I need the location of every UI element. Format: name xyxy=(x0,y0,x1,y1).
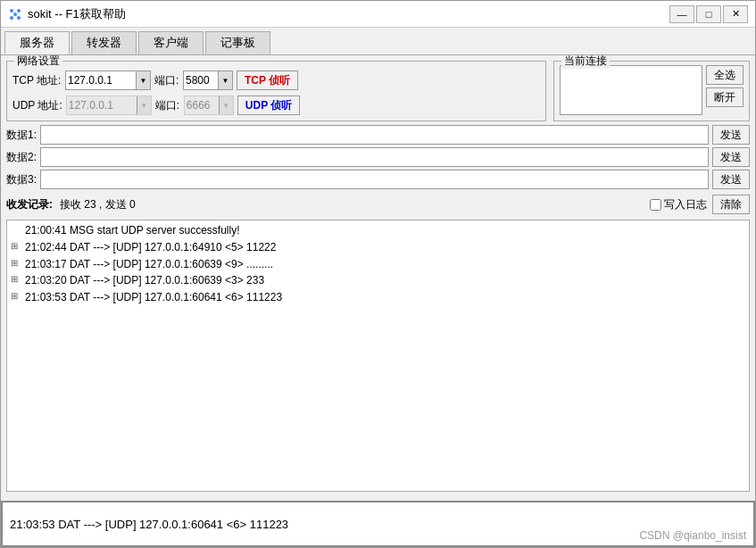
maximize-button[interactable]: □ xyxy=(696,5,721,23)
data3-label: 数据3: xyxy=(6,172,37,187)
udp-address-combo: ▼ xyxy=(66,95,152,115)
log-entry: ⊞21:03:53 DAT ---> [UDP] 127.0.0.1:60641… xyxy=(11,289,745,306)
udp-port-label: 端口: xyxy=(155,98,180,113)
connections-listbox[interactable] xyxy=(560,65,702,115)
log-expand-icon[interactable]: ⊞ xyxy=(11,257,23,270)
data3-send-button[interactable]: 发送 xyxy=(712,170,750,189)
tcp-label: TCP 地址: xyxy=(12,73,62,88)
log-area[interactable]: 21:00:41 MSG start UDP server successful… xyxy=(6,220,750,492)
status-text: 接收 23 , 发送 0 xyxy=(60,197,136,212)
log-expand-icon[interactable]: ⊞ xyxy=(11,273,23,286)
tab-notepad[interactable]: 记事板 xyxy=(205,31,270,54)
top-row: 网络设置 TCP 地址: ▼ 端口: ▼ TCP 侦听 xyxy=(6,61,750,121)
select-all-button[interactable]: 全选 xyxy=(706,65,744,85)
disconnect-button[interactable]: 断开 xyxy=(706,87,744,107)
current-connections-group: 当前连接 全选 断开 xyxy=(553,61,750,121)
data-row-1: 数据1: 发送 xyxy=(6,125,750,145)
data3-input[interactable] xyxy=(40,170,709,189)
tcp-address-combo[interactable]: ▼ xyxy=(65,71,151,90)
log-entry: 21:00:41 MSG start UDP server successful… xyxy=(11,222,745,239)
clear-button[interactable]: 清除 xyxy=(712,195,750,214)
udp-port-input xyxy=(185,96,219,114)
window-title: sokit -- F1获取帮助 xyxy=(28,6,126,22)
tcp-port-input[interactable] xyxy=(184,71,218,89)
connections-row: 全选 断开 xyxy=(560,65,744,115)
log-checkbox[interactable] xyxy=(650,199,661,211)
udp-label: UDP 地址: xyxy=(12,98,62,113)
data2-input[interactable] xyxy=(40,147,709,167)
log-checkbox-container[interactable]: 写入日志 xyxy=(650,197,707,212)
udp-row: UDP 地址: ▼ 端口: ▼ UDP 侦听 xyxy=(12,95,540,115)
svg-point-3 xyxy=(17,16,21,20)
data1-send-button[interactable]: 发送 xyxy=(712,125,750,145)
bottom-detail-text: 21:03:53 DAT ---> [UDP] 127.0.0.1:60641 … xyxy=(10,518,288,531)
title-bar-left: sokit -- F1获取帮助 xyxy=(8,6,126,22)
tab-forwarder[interactable]: 转发器 xyxy=(71,31,137,54)
tcp-address-input[interactable] xyxy=(66,71,136,89)
log-entry-text: 21:03:53 DAT ---> [UDP] 127.0.0.1:60641 … xyxy=(25,290,282,305)
svg-point-1 xyxy=(17,9,21,12)
data2-label: 数据2: xyxy=(6,150,37,165)
data1-input[interactable] xyxy=(40,125,709,145)
network-settings-title: 网络设置 xyxy=(14,54,62,69)
current-connections-title: 当前连接 xyxy=(561,54,610,69)
status-label: 收发记录: xyxy=(6,197,53,212)
connections-buttons: 全选 断开 xyxy=(706,65,744,115)
data2-send-button[interactable]: 发送 xyxy=(712,147,750,167)
tab-client[interactable]: 客户端 xyxy=(138,31,204,54)
status-right: 写入日志 清除 xyxy=(650,195,750,214)
window-content: 网络设置 TCP 地址: ▼ 端口: ▼ TCP 侦听 xyxy=(1,54,755,547)
status-bar: 收发记录: 接收 23 , 发送 0 写入日志 清除 xyxy=(6,193,750,216)
log-entry-text: 21:03:20 DAT ---> [UDP] 127.0.0.1:60639 … xyxy=(25,273,264,288)
data1-label: 数据1: xyxy=(6,128,37,143)
log-expand-icon[interactable]: ⊞ xyxy=(11,240,23,253)
log-entry-text: 21:03:17 DAT ---> [UDP] 127.0.0.1:60639 … xyxy=(25,257,273,272)
app-icon xyxy=(8,7,22,21)
udp-port-combo: ▼ xyxy=(184,95,234,115)
udp-port-dropdown-arrow: ▼ xyxy=(219,96,233,114)
network-settings-group: 网络设置 TCP 地址: ▼ 端口: ▼ TCP 侦听 xyxy=(6,61,546,121)
tabs-bar: 服务器 转发器 客户端 记事板 xyxy=(1,28,755,54)
log-expand-icon[interactable]: ⊞ xyxy=(11,290,23,303)
udp-address-dropdown-arrow: ▼ xyxy=(137,96,151,114)
tcp-row: TCP 地址: ▼ 端口: ▼ TCP 侦听 xyxy=(12,71,540,90)
tcp-port-combo[interactable]: ▼ xyxy=(183,71,233,90)
svg-point-4 xyxy=(13,12,17,16)
title-controls: — □ ✕ xyxy=(669,5,748,23)
tcp-port-label: 端口: xyxy=(154,73,179,88)
main-window: sokit -- F1获取帮助 — □ ✕ 服务器 转发器 客户端 记事板 网络… xyxy=(0,0,756,548)
log-entry-text: 21:00:41 MSG start UDP server successful… xyxy=(25,223,240,238)
minimize-button[interactable]: — xyxy=(669,5,694,23)
bottom-detail: 21:03:53 DAT ---> [UDP] 127.0.0.1:60641 … xyxy=(1,501,755,547)
udp-address-input xyxy=(67,96,137,114)
log-entry: ⊞21:02:44 DAT ---> [UDP] 127.0.0.1:64910… xyxy=(11,239,745,256)
close-button[interactable]: ✕ xyxy=(723,5,748,23)
tcp-listen-button[interactable]: TCP 侦听 xyxy=(237,71,298,90)
tab-content: 网络设置 TCP 地址: ▼ 端口: ▼ TCP 侦听 xyxy=(1,54,755,497)
tcp-address-dropdown-arrow[interactable]: ▼ xyxy=(136,71,150,89)
log-entry: ⊞21:03:20 DAT ---> [UDP] 127.0.0.1:60639… xyxy=(11,272,745,289)
log-entry: ⊞21:03:17 DAT ---> [UDP] 127.0.0.1:60639… xyxy=(11,256,745,273)
log-checkbox-label[interactable]: 写入日志 xyxy=(664,197,707,212)
title-bar: sokit -- F1获取帮助 — □ ✕ xyxy=(1,1,755,28)
data-row-3: 数据3: 发送 xyxy=(6,170,750,189)
data-section: 数据1: 发送 数据2: 发送 数据3: 发送 xyxy=(6,125,750,189)
data-row-2: 数据2: 发送 xyxy=(6,147,750,167)
tab-server[interactable]: 服务器 xyxy=(4,31,70,54)
udp-listen-button[interactable]: UDP 侦听 xyxy=(237,95,300,115)
svg-point-0 xyxy=(10,9,13,12)
tcp-port-dropdown-arrow[interactable]: ▼ xyxy=(218,71,232,89)
svg-point-2 xyxy=(10,16,13,20)
log-entry-text: 21:02:44 DAT ---> [UDP] 127.0.0.1:64910 … xyxy=(25,240,276,255)
